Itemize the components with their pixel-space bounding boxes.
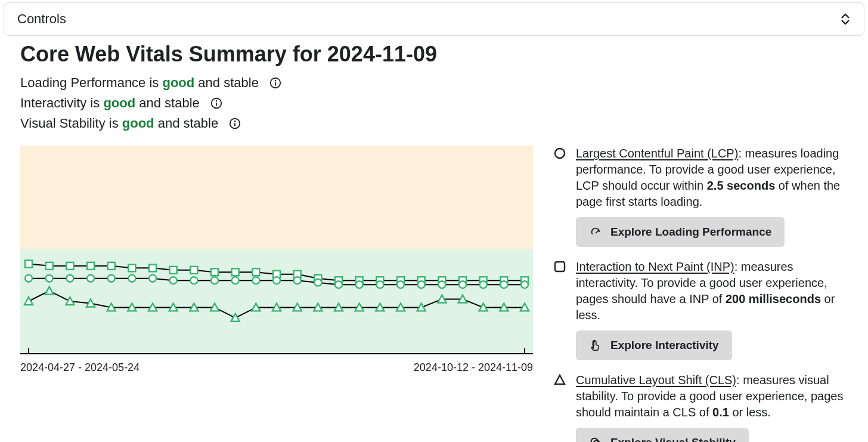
svg-point-11 bbox=[555, 149, 565, 158]
data-point bbox=[87, 262, 94, 270]
info-icon[interactable] bbox=[268, 76, 283, 90]
data-point bbox=[480, 281, 487, 288]
svg-point-7 bbox=[234, 120, 236, 122]
info-icon[interactable] bbox=[228, 116, 242, 131]
data-point bbox=[500, 281, 507, 288]
data-point bbox=[459, 281, 466, 288]
data-point bbox=[231, 314, 240, 322]
legend-item-lcp: Largest Contentful Paint (LCP): measures… bbox=[553, 146, 848, 247]
data-point bbox=[128, 264, 135, 271]
data-point bbox=[356, 281, 363, 288]
data-point bbox=[211, 277, 218, 284]
svg-rect-5 bbox=[216, 103, 217, 106]
svg-rect-8 bbox=[234, 123, 235, 126]
data-point bbox=[149, 264, 156, 271]
data-point bbox=[25, 260, 32, 267]
square-marker-icon bbox=[553, 259, 570, 323]
data-point bbox=[521, 281, 528, 288]
data-point bbox=[170, 277, 177, 284]
data-point bbox=[25, 275, 32, 282]
x-axis-start-label: 2024-04-27 - 2024-05-24 bbox=[20, 361, 140, 374]
page-title: Core Web Vitals Summary for 2024-11-09 bbox=[20, 42, 848, 67]
data-point bbox=[252, 277, 259, 284]
legend-item-inp: Interaction to Next Paint (INP): measure… bbox=[553, 259, 848, 360]
data-point bbox=[24, 297, 33, 305]
data-point bbox=[376, 281, 383, 288]
data-point bbox=[108, 275, 115, 282]
summary-line: Visual Stability is good and stable bbox=[20, 116, 848, 131]
touch-icon bbox=[589, 339, 602, 352]
inp-link[interactable]: Interaction to Next Paint (INP) bbox=[576, 260, 734, 273]
svg-rect-12 bbox=[555, 262, 565, 271]
data-point bbox=[232, 277, 239, 284]
layers-icon bbox=[589, 436, 602, 442]
explore-loading-performance-button[interactable]: Explore Loading Performance bbox=[576, 217, 785, 247]
data-point bbox=[46, 262, 53, 270]
data-point bbox=[108, 262, 115, 270]
svg-rect-2 bbox=[275, 82, 276, 86]
data-point bbox=[87, 275, 94, 282]
data-point bbox=[314, 279, 321, 286]
controls-label: Controls bbox=[17, 11, 66, 27]
data-point bbox=[438, 281, 445, 288]
data-point bbox=[335, 281, 342, 288]
data-point bbox=[211, 268, 218, 276]
summary-line: Interactivity is good and stable bbox=[20, 95, 848, 111]
cwv-trend-chart: 2024-04-27 - 2024-05-24 2024-10-12 - 202… bbox=[20, 146, 533, 374]
data-point bbox=[232, 268, 239, 276]
x-axis-end-label: 2024-10-12 - 2024-11-09 bbox=[414, 361, 533, 374]
data-point bbox=[273, 277, 280, 284]
data-point bbox=[252, 268, 259, 276]
svg-point-4 bbox=[215, 100, 217, 102]
data-point bbox=[294, 277, 301, 284]
data-point bbox=[45, 287, 54, 295]
summary-line: Loading Performance is good and stable bbox=[20, 75, 848, 91]
circle-marker-icon bbox=[553, 146, 570, 210]
legend-item-cls: Cumulative Layout Shift (CLS): measures … bbox=[553, 372, 848, 442]
triangle-marker-icon bbox=[553, 372, 570, 421]
explore-visual-stability-button[interactable]: Explore Visual Stability bbox=[576, 428, 749, 442]
data-point bbox=[170, 267, 177, 274]
data-point bbox=[190, 277, 197, 284]
svg-point-1 bbox=[275, 80, 277, 82]
explore-interactivity-button[interactable]: Explore Interactivity bbox=[576, 330, 732, 360]
data-point bbox=[46, 275, 53, 282]
data-point bbox=[397, 281, 404, 288]
data-point bbox=[66, 275, 73, 282]
data-point bbox=[418, 281, 425, 288]
controls-panel[interactable]: Controls bbox=[4, 2, 864, 36]
data-point bbox=[66, 262, 73, 270]
data-point bbox=[128, 275, 135, 282]
data-point bbox=[190, 267, 197, 274]
info-icon[interactable] bbox=[209, 96, 224, 110]
speedometer-icon bbox=[589, 225, 602, 239]
data-point bbox=[149, 275, 156, 282]
expand-collapse-icon[interactable] bbox=[840, 13, 851, 25]
cls-link[interactable]: Cumulative Layout Shift (CLS) bbox=[576, 373, 736, 387]
lcp-link[interactable]: Largest Contentful Paint (LCP) bbox=[576, 147, 738, 160]
